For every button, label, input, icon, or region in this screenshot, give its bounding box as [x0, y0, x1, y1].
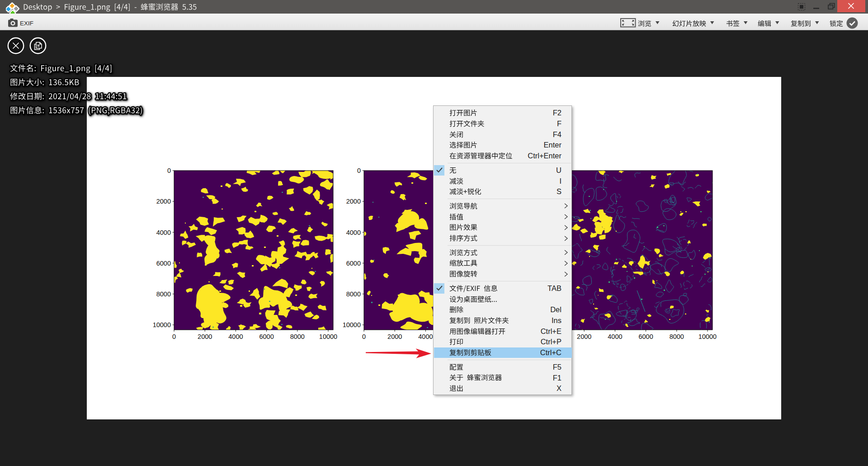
svg-text:2000: 2000	[198, 333, 212, 340]
svg-text:10000: 10000	[319, 333, 337, 340]
svg-text:4000: 4000	[156, 229, 171, 236]
svg-text:6000: 6000	[259, 333, 274, 340]
svg-text:0: 0	[167, 167, 171, 174]
svg-text:2000: 2000	[387, 333, 402, 340]
svg-text:0: 0	[172, 333, 176, 340]
svg-text:2000: 2000	[156, 198, 171, 205]
svg-text:6000: 6000	[346, 260, 361, 267]
svg-text:8000: 8000	[156, 290, 171, 298]
svg-text:8000: 8000	[346, 290, 361, 298]
svg-text:0: 0	[362, 333, 366, 340]
svg-text:6000: 6000	[156, 260, 171, 267]
svg-text:4000: 4000	[346, 229, 361, 236]
svg-text:2000: 2000	[346, 198, 361, 205]
svg-text:4000: 4000	[418, 333, 433, 340]
svg-text:10000: 10000	[343, 321, 361, 328]
svg-text:0: 0	[357, 167, 361, 174]
svg-text:4000: 4000	[228, 333, 243, 340]
svg-text:10000: 10000	[153, 321, 171, 328]
svg-text:8000: 8000	[290, 333, 305, 340]
